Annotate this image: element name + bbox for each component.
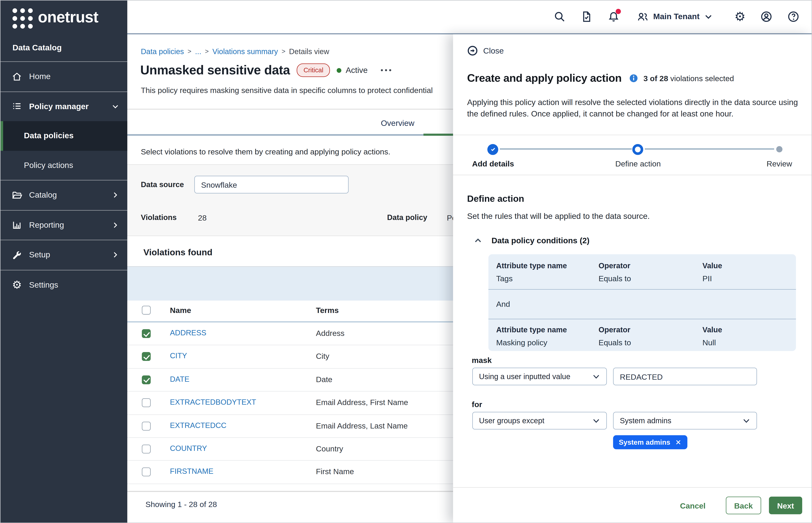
account-icon[interactable] <box>760 10 773 23</box>
stepper-connector <box>645 148 774 150</box>
notification-bell-icon[interactable] <box>607 10 620 23</box>
overflow-menu-icon[interactable] <box>380 66 392 75</box>
cancel-button[interactable]: Cancel <box>674 497 712 514</box>
row-checkbox[interactable] <box>142 352 151 361</box>
condition-value: Null <box>702 338 796 347</box>
mask-label: mask <box>472 356 492 364</box>
sidebar-item-label: Policy manager <box>29 102 111 111</box>
col-operator: Operator <box>599 326 703 334</box>
topbar-actions: ⚙ <box>727 10 807 23</box>
data-policy-label: Data policy <box>387 213 427 221</box>
row-checkbox[interactable] <box>142 375 151 384</box>
col-value: Value <box>702 262 796 270</box>
bar-chart-icon <box>12 220 22 231</box>
row-checkbox[interactable] <box>142 468 151 476</box>
row-checkbox[interactable] <box>142 329 151 338</box>
violation-terms: City <box>316 352 329 361</box>
tenant-switcher[interactable]: Main Tenant <box>637 10 714 23</box>
sidebar-item-label: Settings <box>29 280 120 289</box>
define-action-subheading: Set the rules that will be applied to th… <box>467 212 650 221</box>
gear-icon[interactable]: ⚙ <box>735 10 746 23</box>
condition-attribute: Masking policy <box>496 338 598 347</box>
chevron-down-icon <box>704 12 714 22</box>
conditions-card: Attribute type name Operator Value Tags … <box>488 254 796 351</box>
violation-name-link[interactable]: FIRSTNAME <box>170 467 213 475</box>
stepper-connector <box>500 148 632 150</box>
breadcrumb-separator: > <box>188 48 191 55</box>
violation-terms: Date <box>316 375 333 384</box>
data-source-input[interactable] <box>194 176 348 194</box>
chevron-down-icon <box>111 102 120 111</box>
breadcrumb-current: Details view <box>289 47 329 56</box>
breadcrumb-link[interactable]: Data policies <box>141 47 184 56</box>
sidebar-item-label: Home <box>29 72 120 82</box>
violation-name-link[interactable]: DATE <box>170 375 189 383</box>
help-icon[interactable] <box>787 10 799 23</box>
app-waffle-icon[interactable] <box>13 8 33 29</box>
row-checkbox[interactable] <box>142 421 151 430</box>
sidebar-item-data-policies[interactable]: Data policies <box>0 121 127 150</box>
tenant-people-icon <box>637 10 649 23</box>
sidebar-item-catalog[interactable]: Catalog <box>0 180 127 210</box>
page-header: Unmasked sensitive data Critical Active <box>140 63 392 77</box>
close-button[interactable]: Close <box>467 45 504 56</box>
violation-terms: Address <box>316 328 344 337</box>
back-button[interactable]: Back <box>726 497 761 514</box>
row-checkbox[interactable] <box>142 398 151 407</box>
condition-attribute: Tags <box>496 274 598 283</box>
breadcrumb-link[interactable]: Violations summary <box>212 47 278 56</box>
sidebar: onetrust Data Catalog Home Policy manage… <box>0 0 127 523</box>
step-label: Add details <box>462 159 524 168</box>
policy-description: This policy requires masking sensitive d… <box>141 86 433 95</box>
selection-count-text: 3 of 28 violations selected <box>643 74 734 83</box>
stepper: Add details Define action Review <box>453 135 812 175</box>
mask-value-input[interactable] <box>613 368 757 385</box>
sidebar-item-policy-manager[interactable]: Policy manager <box>0 92 127 121</box>
breadcrumb-separator: > <box>205 48 209 55</box>
for-group-select[interactable]: System admins <box>613 412 757 430</box>
conditions-title: Data policy conditions (2) <box>492 236 589 246</box>
sidebar-item-home[interactable]: Home <box>0 62 127 91</box>
remove-chip-icon[interactable] <box>675 439 682 446</box>
policy-doc-icon[interactable] <box>580 10 593 23</box>
for-method-select[interactable]: User groups except <box>472 412 607 430</box>
sidebar-item-reporting[interactable]: Reporting <box>0 211 127 240</box>
violation-name-link[interactable]: EXTRACTEDBODYTEXT <box>170 398 256 406</box>
panel-title: Create and apply policy action <box>467 72 622 84</box>
violation-name-link[interactable]: EXTRACTEDCC <box>170 421 226 429</box>
chevron-down-icon <box>742 416 751 425</box>
app-window: onetrust Data Catalog Home Policy manage… <box>0 0 812 523</box>
mask-method-select[interactable]: Using a user inputted value <box>472 368 607 385</box>
sidebar-item-setup[interactable]: Setup <box>0 240 127 270</box>
define-action-heading: Define action <box>467 194 524 204</box>
pagination-summary: Showing 1 - 28 of 28 <box>146 500 217 508</box>
violation-name-link[interactable]: COUNTRY <box>170 444 207 452</box>
chevron-right-icon <box>111 191 120 200</box>
condition-row: Masking policy Equals to Null <box>488 336 796 349</box>
severity-badge: Critical <box>297 64 330 77</box>
step-review-icon <box>776 144 782 152</box>
search-icon[interactable] <box>553 10 566 23</box>
mask-method-value: Using a user inputted value <box>479 372 570 381</box>
sidebar-item-settings[interactable]: ⚙ Settings <box>0 270 127 300</box>
sidebar-item-policy-actions[interactable]: Policy actions <box>0 150 127 180</box>
violation-terms: Email Address, First Name <box>316 398 408 407</box>
step-define-action-icon <box>632 144 643 155</box>
violation-name-link[interactable]: ADDRESS <box>170 328 206 337</box>
status-label: Active <box>346 66 368 75</box>
notification-badge <box>616 9 621 14</box>
tab-overview[interactable]: Overview <box>381 119 414 128</box>
selection-count: 3 of 28 <box>643 74 668 83</box>
select-all-checkbox[interactable] <box>142 306 151 315</box>
step-add-details-icon <box>487 144 498 155</box>
sidebar-item-label: Policy actions <box>24 161 120 170</box>
select-violations-hint: Select violations to resolve them by cre… <box>141 147 390 156</box>
conditions-toggle[interactable]: Data policy conditions (2) <box>473 236 589 246</box>
chevron-right-icon <box>111 250 120 259</box>
row-checkbox[interactable] <box>142 445 151 453</box>
check-icon <box>489 146 496 153</box>
next-button[interactable]: Next <box>769 497 802 514</box>
selected-group-chip[interactable]: System admins <box>613 435 687 449</box>
breadcrumb-ellipsis[interactable]: ... <box>195 47 201 56</box>
violation-name-link[interactable]: CITY <box>170 352 187 360</box>
